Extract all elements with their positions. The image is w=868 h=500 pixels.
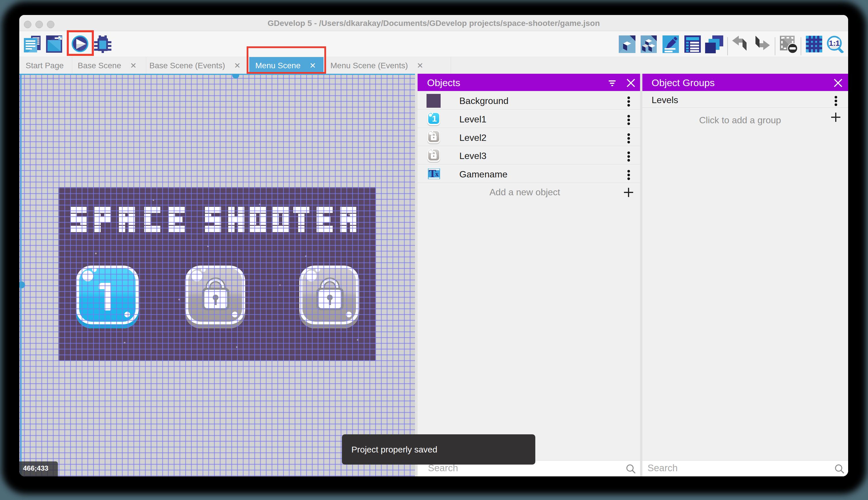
svg-text:1:1: 1:1 <box>829 39 840 47</box>
